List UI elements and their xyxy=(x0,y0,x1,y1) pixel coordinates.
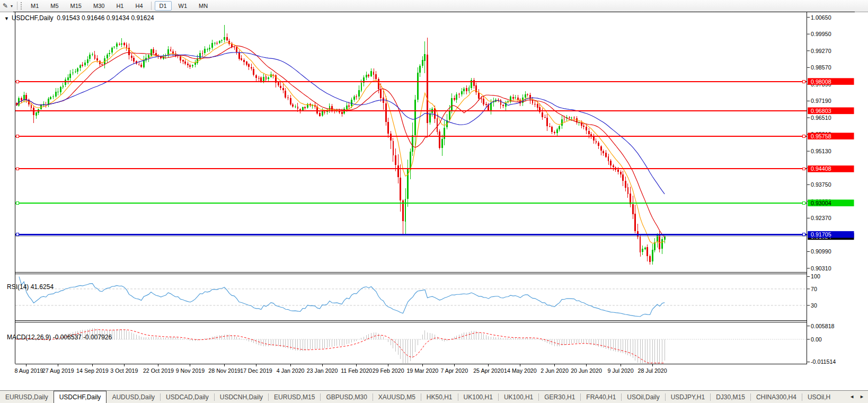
svg-text:29 Feb 2020: 29 Feb 2020 xyxy=(373,367,404,374)
draw-tool-icon[interactable]: ✎ xyxy=(0,2,11,10)
toolbar-grip-handle[interactable] xyxy=(21,2,22,10)
timeframe-button-d1[interactable]: D1 xyxy=(155,1,172,11)
tab-usdcad-daily[interactable]: USDCAD,Daily xyxy=(161,391,214,403)
svg-text:30: 30 xyxy=(811,302,817,309)
price-level-badge: 0.91705 xyxy=(808,231,854,238)
timeframe-button-h4[interactable]: H4 xyxy=(130,1,147,11)
macd-indicator-label: MACD(12,26,9) -0.006537 -0.007926 xyxy=(7,334,112,341)
tab-usoil-h[interactable]: USOil,H xyxy=(802,391,836,403)
price-level-badge: 0.98008 xyxy=(808,78,854,85)
svg-text:0.005818: 0.005818 xyxy=(811,323,835,329)
top-toolbar: ✎ ▾ M1M5M15M30H1H4D1W1MN xyxy=(0,0,868,12)
timeframe-button-h1[interactable]: H1 xyxy=(111,1,128,11)
rsi-line xyxy=(19,277,665,317)
svg-text:0.99270: 0.99270 xyxy=(811,48,831,54)
tab-dj30-m15[interactable]: DJ30,M15 xyxy=(711,391,750,403)
chart-collapse-icon[interactable]: ▼ xyxy=(4,16,9,21)
svg-text:0.96510: 0.96510 xyxy=(811,115,831,121)
tab-usoil-daily[interactable]: USOil,Daily xyxy=(622,391,665,403)
svg-text:0.90310: 0.90310 xyxy=(811,265,831,271)
svg-text:19 Mar 2020: 19 Mar 2020 xyxy=(406,367,438,374)
rsi-indicator-label: RSI(14) 41.6254 xyxy=(7,283,54,291)
tab-uk100-h1[interactable]: UK100,H1 xyxy=(458,391,498,403)
svg-text:0.98008: 0.98008 xyxy=(811,78,831,85)
svg-text:27 Aug 2019: 27 Aug 2019 xyxy=(42,367,74,374)
svg-text:0.96803: 0.96803 xyxy=(811,108,831,114)
svg-text:0.92370: 0.92370 xyxy=(811,215,831,221)
svg-text:25 Apr 2020: 25 Apr 2020 xyxy=(473,367,504,374)
draw-tool-caret-icon[interactable]: ▾ xyxy=(11,4,13,8)
macd-axis[interactable]: 0.0058180.00-0.011514 xyxy=(807,323,836,365)
svg-text:7 Apr 2020: 7 Apr 2020 xyxy=(441,367,468,374)
svg-text:0.91705: 0.91705 xyxy=(811,231,831,238)
svg-text:0.00: 0.00 xyxy=(811,336,822,343)
svg-text:14 May 2020: 14 May 2020 xyxy=(504,367,537,374)
chart-canvas[interactable]: 1.006500.999500.992700.985700.978900.971… xyxy=(0,12,868,390)
timeframe-button-m30[interactable]: M30 xyxy=(88,1,109,11)
svg-text:9 Nov 2019: 9 Nov 2019 xyxy=(176,367,205,374)
chart-tab-bar: EURUSD,DailyUSDCHF,DailyAUDUSD,DailyUSDC… xyxy=(0,390,868,403)
ma-fast-line xyxy=(16,42,665,243)
macd-signal-line xyxy=(16,330,665,363)
timeframe-button-w1[interactable]: W1 xyxy=(174,1,192,11)
svg-text:8 Aug 2019: 8 Aug 2019 xyxy=(14,367,43,374)
svg-text:3 Oct 2019: 3 Oct 2019 xyxy=(110,367,138,374)
rsi-axis[interactable]: 1007030 xyxy=(807,273,820,308)
macd-pane-resize-handle[interactable] xyxy=(15,321,807,322)
tab-usdjpy-h1[interactable]: USDJPY,H1 xyxy=(666,391,710,403)
candlestick-series xyxy=(16,25,666,265)
svg-text:28 Jul 2020: 28 Jul 2020 xyxy=(638,367,667,374)
svg-text:4 Jan 2020: 4 Jan 2020 xyxy=(277,367,305,374)
tab-uk100-h1[interactable]: UK100,H1 xyxy=(499,391,538,403)
toolbar-separator xyxy=(17,2,17,10)
tab-eurusd-daily[interactable]: EURUSD,Daily xyxy=(0,391,54,403)
timeframe-button-group: M1M5M15M30H1H4D1W1MN xyxy=(25,1,214,11)
date-axis[interactable]: 8 Aug 201927 Aug 201914 Sep 20193 Oct 20… xyxy=(14,364,667,373)
svg-text:22 Oct 2019: 22 Oct 2019 xyxy=(143,367,174,374)
price-level-badge: 0.96803 xyxy=(808,107,854,114)
tab-eurusd-m15[interactable]: EURUSD,M15 xyxy=(269,391,320,403)
tab-gbpusd-m30[interactable]: GBPUSD,M30 xyxy=(321,391,372,403)
tab-hk50-h1[interactable]: HK50,H1 xyxy=(421,391,458,403)
svg-text:0.95130: 0.95130 xyxy=(811,148,831,154)
tab-audusd-daily[interactable]: AUDUSD,Daily xyxy=(107,391,160,403)
svg-text:0.97190: 0.97190 xyxy=(811,98,831,104)
chart-title: ▼USDCHF,Daily 0.91543 0.91646 0.91434 0.… xyxy=(4,14,154,22)
svg-text:1.00650: 1.00650 xyxy=(811,14,831,21)
tab-scroll-left-icon[interactable]: ◄ xyxy=(847,394,857,399)
svg-text:28 Nov 2019: 28 Nov 2019 xyxy=(208,367,241,374)
tab-scroll-buttons: ◄ ► xyxy=(847,391,867,402)
rsi-pane-resize-handle[interactable] xyxy=(15,272,807,274)
tab-usdcnh-daily[interactable]: USDCNH,Daily xyxy=(215,391,268,403)
tab-xauusd-m5[interactable]: XAUUSD,M5 xyxy=(373,391,421,403)
svg-text:70: 70 xyxy=(811,286,817,292)
price-level-badge: 0.95758 xyxy=(808,133,854,139)
macd-histogram xyxy=(16,328,665,363)
price-level-badge: 0.94408 xyxy=(808,165,854,172)
svg-text:14 Sep 2019: 14 Sep 2019 xyxy=(76,367,109,374)
tab-china300-h4[interactable]: CHINA300,H4 xyxy=(751,391,802,403)
svg-text:2 Jun 2020: 2 Jun 2020 xyxy=(541,367,569,374)
price-level-badge: 0.93004 xyxy=(808,199,854,206)
timeframe-button-mn[interactable]: MN xyxy=(194,1,212,11)
svg-text:0.95758: 0.95758 xyxy=(811,133,831,139)
svg-text:-0.011514: -0.011514 xyxy=(811,358,836,365)
timeframe-button-m15[interactable]: M15 xyxy=(66,1,86,11)
tab-ger30-h1[interactable]: GER30,H1 xyxy=(539,391,580,403)
timeframe-button-m5[interactable]: M5 xyxy=(46,1,63,11)
tab-scroll-right-icon[interactable]: ► xyxy=(857,394,867,399)
svg-text:0.93750: 0.93750 xyxy=(811,181,831,188)
toolbar-separator xyxy=(151,2,152,10)
svg-text:0.98570: 0.98570 xyxy=(811,64,831,71)
tab-fra40-h1[interactable]: FRA40,H1 xyxy=(581,391,621,403)
svg-text:0.94408: 0.94408 xyxy=(811,165,831,172)
tab-usdchf-daily[interactable]: USDCHF,Daily xyxy=(54,391,107,403)
chart-symbol-label: USDCHF,Daily xyxy=(12,14,54,22)
timeframe-button-m1[interactable]: M1 xyxy=(26,1,43,11)
ma-slow-line xyxy=(16,52,665,194)
svg-text:0.90990: 0.90990 xyxy=(811,248,831,255)
chart-ohlc-values: 0.91543 0.91646 0.91434 0.91624 xyxy=(57,14,154,22)
svg-text:11 Feb 2020: 11 Feb 2020 xyxy=(341,367,372,374)
horizontal-level-lines[interactable] xyxy=(15,80,807,235)
svg-text:20 Jun 2020: 20 Jun 2020 xyxy=(571,367,602,374)
